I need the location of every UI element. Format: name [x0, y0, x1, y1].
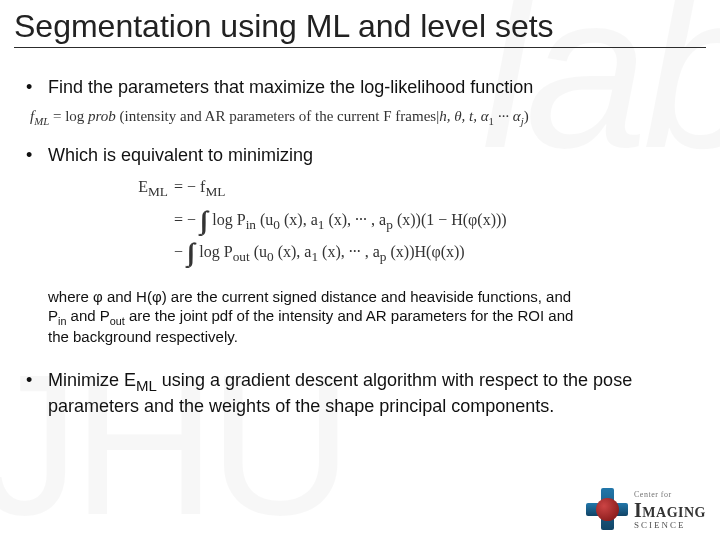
equation-eml: EML = − fML = − ∫∫ log Pin (u0 (x), a1 (… — [110, 174, 700, 268]
explain-line-3: the background respectively. — [48, 328, 700, 347]
eml-row-3: − ∫∫ log Pout (u0 (x), a1 (x), ··· , ap … — [110, 239, 700, 268]
logo-text: Center for IMAGING SCIENCE — [634, 491, 706, 530]
bullet-2: Which is equivalent to minimizing — [20, 144, 700, 167]
slide: Segmentation using ML and level sets Fin… — [0, 0, 720, 540]
explain-block: where φ and H(φ) are the current signed … — [20, 288, 700, 347]
eml-row-2: = − ∫∫ log Pin (u0 (x), a1 (x), ··· , ap… — [110, 207, 700, 236]
eml-row-1: EML = − fML — [110, 174, 700, 203]
bullet-1: Find the parameters that maximize the lo… — [20, 76, 700, 99]
logo-icon — [586, 488, 628, 530]
slide-title: Segmentation using ML and level sets — [0, 0, 720, 45]
explain-line-2: Pin and Pout are the joint pdf of the in… — [48, 307, 700, 328]
explain-line-1: where φ and H(φ) are the current signed … — [48, 288, 700, 307]
slide-content: Find the parameters that maximize the lo… — [0, 48, 720, 418]
bullet-3: Minimize EML using a gradient descent al… — [20, 369, 700, 418]
footer-logo: Center for IMAGING SCIENCE — [586, 488, 706, 530]
equation-fml: fML = log prob (intensity and AR paramet… — [30, 106, 700, 130]
